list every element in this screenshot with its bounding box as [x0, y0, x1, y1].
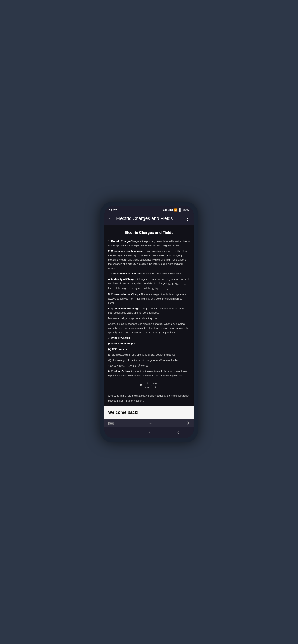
section-2: 2. Conductors and Insulators Those subst…	[108, 249, 190, 270]
section-8: 8. Coulomb's Law It states that the elec…	[108, 369, 190, 378]
keyboard-hint: Tot	[148, 422, 152, 425]
where-q: where, q1 and q2 are the stationary poin…	[108, 394, 190, 403]
section-7e: 1 ab-C = 10 C, 1 C = 3 x 109 stat-C	[108, 364, 190, 368]
content-title: Electric Charges and Fields	[108, 230, 190, 236]
back-nav-button[interactable]: ◁	[177, 429, 180, 435]
main-content[interactable]: Electric Charges and Fields 1. Electric …	[104, 225, 194, 406]
section-7c: (a) electrostatic unit, esu of charge or…	[108, 352, 190, 357]
content-body: 1. Electric Charge Charge is the propert…	[108, 239, 190, 406]
home-nav-button[interactable]: ○	[147, 429, 150, 435]
kb-icon-left: ⌨	[108, 421, 114, 426]
section-7d: (b) electromagnetic unit, emu of charge …	[108, 358, 190, 362]
status-bar: 11:27 1.20 MB/S 📶 ▐▌ 25%	[104, 206, 194, 213]
phone-screen: 11:27 1.20 MB/S 📶 ▐▌ 25% ← Electric Char…	[104, 206, 194, 438]
where-ne: where, n is an integer and e is electron…	[108, 322, 190, 334]
section-3: 3. Transference of electrons is the caus…	[108, 272, 190, 276]
keyboard-area: ⌨ Tot 🎙	[104, 419, 194, 427]
back-button[interactable]: ←	[108, 216, 113, 222]
status-right: 1.20 MB/S 📶 ▐▌ 25%	[163, 208, 189, 212]
welcome-banner: Welcome back!	[104, 406, 194, 419]
phone-outer: 11:27 1.20 MB/S 📶 ▐▌ 25% ← Electric Char…	[100, 202, 198, 442]
page-header-title: Electric Charges and Fields	[116, 216, 182, 221]
section-5: 5. Conservation of Charge The total char…	[108, 292, 190, 305]
also-label: Also,	[108, 404, 190, 406]
section-7b: (ii) CGS system	[108, 347, 190, 351]
section-1: 1. Electric Charge Charge is the propert…	[108, 239, 190, 248]
menu-nav-button[interactable]: ≡	[118, 429, 121, 435]
section-7a: (i) SI unit coulomb (C)	[108, 342, 190, 346]
section-4: 4. Additivity of Charges Charges are sca…	[108, 277, 190, 291]
time-display: 11:27	[109, 208, 117, 212]
battery-display: 25%	[183, 208, 189, 212]
more-options-button[interactable]: ⋮	[185, 216, 190, 222]
formula-coulomb: F = 14πε0 · q1q2r2	[108, 380, 190, 392]
signal-icon: ▐▌	[178, 208, 182, 212]
section-6: 6. Quantisation of Charge Charge exists …	[108, 306, 190, 315]
speed-display: 1.20 MB/S	[163, 209, 173, 211]
kb-icon-right: 🎙	[186, 421, 190, 426]
top-bar: ← Electric Charges and Fields ⋮	[104, 213, 194, 225]
wifi-icon: 📶	[174, 208, 178, 212]
nav-bar: ≡ ○ ◁	[104, 427, 194, 438]
math-charge: Mathematically, charge on an object, q=±…	[108, 316, 190, 320]
section-7-title: 7. Units of Charge	[108, 336, 190, 340]
welcome-text: Welcome back!	[108, 410, 139, 415]
